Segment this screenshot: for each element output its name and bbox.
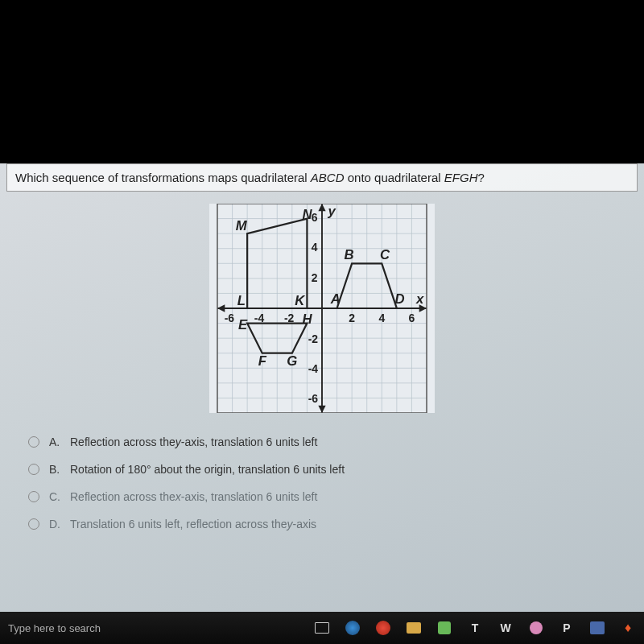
option-text-post: -axis, translation 6 units left (181, 490, 318, 503)
svg-text:2: 2 (349, 312, 355, 324)
svg-text:H: H (302, 312, 312, 327)
task-view-icon[interactable] (314, 620, 330, 636)
question-shape2: EFGH (444, 171, 478, 184)
edge-icon[interactable] (345, 620, 361, 636)
option-letter: C. (49, 490, 64, 503)
question-prefix: Which sequence of transformations maps q… (15, 171, 311, 184)
svg-text:-4: -4 (254, 312, 265, 324)
svg-text:G: G (287, 353, 297, 369)
svg-text:4: 4 (312, 241, 318, 254)
word-icon[interactable]: W (497, 620, 514, 636)
svg-text:6: 6 (409, 312, 415, 324)
quiz-content: Which sequence of transformations maps q… (0, 163, 644, 618)
option-d[interactable]: D. Translation 6 units left, reflection … (28, 518, 644, 530)
option-letter: A. (49, 436, 64, 448)
option-text-pre: Rotation of 180° about the origin, trans… (70, 463, 345, 476)
coordinate-graph: A B C D E F G H K L M N y x -6 - (209, 204, 435, 413)
option-b[interactable]: B. Rotation of 180° about the origin, tr… (28, 463, 644, 476)
radio-icon (28, 464, 39, 475)
question-suffix: ? (477, 171, 484, 184)
svg-text:x: x (415, 291, 424, 307)
search-input[interactable]: Type here to search (8, 622, 101, 634)
option-text-pre: Reflection across the (70, 490, 175, 503)
svg-text:6: 6 (312, 211, 318, 224)
windows-taskbar[interactable]: Type here to search T W P ♦ (0, 612, 644, 644)
app-icon[interactable] (436, 620, 452, 636)
taskbar-pinned-apps: T W P ♦ (314, 620, 636, 636)
powerpoint-icon[interactable]: P (559, 620, 575, 636)
option-text-pre: Translation 6 units left, reflection acr… (70, 518, 287, 530)
svg-text:M: M (236, 218, 248, 233)
option-text-post: -axis (293, 518, 317, 530)
chrome-icon[interactable] (375, 620, 391, 636)
explorer-icon[interactable] (406, 620, 422, 636)
svg-text:4: 4 (378, 312, 385, 324)
svg-text:2: 2 (312, 271, 318, 284)
option-letter: D. (49, 518, 64, 530)
option-axis: y (175, 436, 181, 448)
svg-marker-29 (318, 406, 325, 413)
option-axis: x (175, 490, 181, 503)
question-shape1: ABCD (311, 171, 345, 184)
svg-text:A: A (330, 291, 341, 307)
svg-text:y: y (327, 204, 336, 219)
svg-text:L: L (237, 293, 246, 308)
svg-text:-4: -4 (308, 362, 319, 375)
store-icon[interactable] (589, 620, 605, 636)
radio-icon (28, 436, 39, 448)
svg-marker-28 (318, 204, 325, 211)
answer-options: A. Reflection across the y-axis, transla… (0, 436, 644, 530)
teams-icon[interactable]: T (467, 620, 483, 636)
svg-text:E: E (238, 317, 248, 332)
svg-text:K: K (295, 293, 306, 308)
option-text-post: -axis, translation 6 units left (181, 436, 318, 448)
option-text-pre: Reflection across the (70, 436, 175, 448)
option-a[interactable]: A. Reflection across the y-axis, transla… (28, 436, 644, 448)
svg-text:-6: -6 (225, 312, 235, 324)
svg-text:-6: -6 (308, 392, 319, 405)
question-text: Which sequence of transformations maps q… (6, 163, 638, 192)
svg-text:D: D (395, 291, 405, 307)
svg-text:B: B (344, 247, 353, 262)
window-titlebar-black (0, 0, 644, 157)
svg-text:-2: -2 (308, 332, 319, 345)
svg-text:F: F (258, 353, 267, 369)
radio-icon (28, 518, 39, 530)
option-c[interactable]: C. Reflection across the x-axis, transla… (28, 490, 644, 503)
option-axis: y (287, 518, 293, 530)
svg-text:-2: -2 (284, 312, 295, 324)
flame-icon[interactable]: ♦ (620, 620, 636, 636)
app-pink-icon[interactable] (528, 620, 544, 636)
radio-icon (28, 491, 39, 502)
graph-container: A B C D E F G H K L M N y x -6 - (0, 204, 644, 413)
option-letter: B. (49, 463, 64, 476)
svg-text:C: C (380, 247, 390, 262)
question-middle: onto quadrilateral (345, 171, 444, 184)
